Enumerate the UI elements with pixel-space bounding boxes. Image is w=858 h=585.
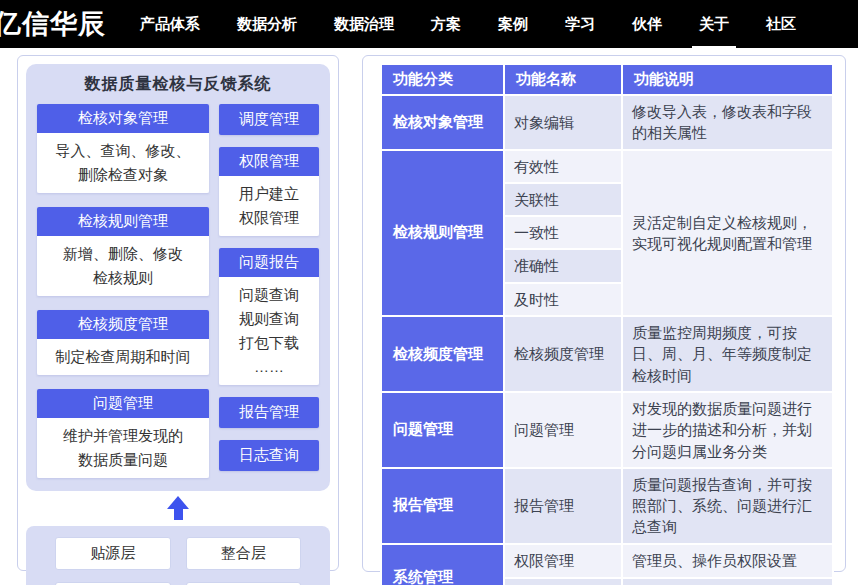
- diagram-box-report-mgmt: 报告管理: [219, 397, 319, 428]
- desc-cell: 管理需检核的表: [622, 578, 833, 585]
- box-header: 检核频度管理: [37, 310, 209, 339]
- category-cell: 检核对象管理: [381, 95, 504, 150]
- box-body: 制定检查周期和时间: [37, 339, 209, 375]
- name-cell: 一致性: [504, 216, 622, 249]
- box-body: 新增、删除、修改 检核规则: [37, 236, 209, 296]
- category-cell: 检核规则管理: [381, 150, 504, 316]
- box-header: 检核规则管理: [37, 207, 209, 236]
- desc-cell: 质量监控周期频度，可按日、周、月、年等频度制定检核时间: [622, 316, 833, 392]
- brand-logo[interactable]: 亿信华辰: [0, 6, 116, 42]
- desc-cell: 灵活定制自定义检核规则，实现可视化规则配置和管理: [622, 150, 833, 316]
- diagram-right-column: 调度管理 权限管理 用户建立 权限管理 问题报告 问题查询 规则查询 打包下载 …: [219, 104, 319, 478]
- top-navigation: 亿信华辰 产品体系 数据分析 数据治理 方案 案例 学习 伙伴 关于 社区: [0, 0, 858, 48]
- category-cell: 检核频度管理: [381, 316, 504, 392]
- desc-cell: 修改导入表，修改表和字段的相关属性: [622, 95, 833, 150]
- table-row: 问题管理 问题管理 对发现的数据质量问题进行进一步的描述和分析，并划分问题归属业…: [381, 392, 833, 468]
- table-row: 系统管理 权限管理 管理员、操作员权限设置: [381, 544, 833, 578]
- table-row: 检核对象管理 对象编辑 修改导入表，修改表和字段的相关属性: [381, 95, 833, 150]
- name-cell: 有效性: [504, 150, 622, 183]
- diagram-box-schedule: 调度管理: [219, 104, 319, 135]
- category-cell: 系统管理: [381, 544, 504, 585]
- nav-item-data-analysis[interactable]: 数据分析: [237, 1, 297, 48]
- layer-integration: 整合层: [186, 537, 302, 570]
- box-header: 问题管理: [37, 389, 209, 418]
- header-description: 功能说明: [622, 64, 833, 95]
- nav-item-data-governance[interactable]: 数据治理: [334, 1, 394, 48]
- box-body: 用户建立 权限管理: [219, 176, 319, 236]
- header-name: 功能名称: [504, 64, 622, 95]
- box-header: 权限管理: [219, 147, 319, 176]
- nav-item-about[interactable]: 关于: [699, 1, 729, 48]
- nav-item-cases[interactable]: 案例: [498, 1, 528, 48]
- layer-source: 贴源层: [55, 537, 171, 570]
- nav-menu: 产品体系 数据分析 数据治理 方案 案例 学习 伙伴 关于 社区: [140, 1, 796, 48]
- name-cell: 关联性: [504, 183, 622, 216]
- name-cell: 问题管理: [504, 392, 622, 468]
- page-content: 数据质量检核与反馈系统 检核对象管理 导入、查询、修改、 删除检查对象 检核规则…: [0, 48, 858, 572]
- nav-item-products[interactable]: 产品体系: [140, 1, 200, 48]
- category-cell: 问题管理: [381, 392, 504, 468]
- nav-item-community[interactable]: 社区: [766, 1, 796, 48]
- diagram-left-column: 检核对象管理 导入、查询、修改、 删除检查对象 检核规则管理 新增、删除、修改 …: [37, 104, 209, 478]
- table-header-row: 功能分类 功能名称 功能说明: [381, 64, 833, 95]
- name-cell: 报告管理: [504, 468, 622, 544]
- diagram-title: 数据质量检核与反馈系统: [37, 74, 319, 95]
- system-diagram-card: 数据质量检核与反馈系统 检核对象管理 导入、查询、修改、 删除检查对象 检核规则…: [17, 55, 339, 571]
- box-body: 导入、查询、修改、 删除检查对象: [37, 133, 209, 193]
- nav-item-learning[interactable]: 学习: [565, 1, 595, 48]
- diagram-box-issue-report: 问题报告 问题查询 规则查询 打包下载 ……: [219, 248, 319, 385]
- box-header: 问题报告: [219, 248, 319, 277]
- nav-item-partners[interactable]: 伙伴: [632, 1, 662, 48]
- diagram-box-log-query: 日志查询: [219, 440, 319, 471]
- desc-cell: 管理员、操作员权限设置: [622, 544, 833, 578]
- diagram-box-permission: 权限管理 用户建立 权限管理: [219, 147, 319, 236]
- table-row: 检核频度管理 检核频度管理 质量监控周期频度，可按日、周、月、年等频度制定检核时…: [381, 316, 833, 392]
- name-cell: 准确性: [504, 249, 622, 282]
- header-category: 功能分类: [381, 64, 504, 95]
- diagram-box-check-rule: 检核规则管理 新增、删除、修改 检核规则: [37, 207, 209, 296]
- table-row: 检核规则管理 有效性 灵活定制自定义检核规则，实现可视化规则配置和管理: [381, 150, 833, 183]
- name-cell: 检核对象配置: [504, 578, 622, 585]
- table-row: 报告管理 报告管理 质量问题报告查询，并可按照部门、系统、问题进行汇总查询: [381, 468, 833, 544]
- desc-cell: 对发现的数据质量问题进行进一步的描述和分析，并划分问题归属业务分类: [622, 392, 833, 468]
- name-cell: 及时性: [504, 283, 622, 316]
- feature-table: 功能分类 功能名称 功能说明 检核对象管理 对象编辑 修改导入表，修改表和字段的…: [380, 63, 834, 585]
- nav-item-solutions[interactable]: 方案: [431, 1, 461, 48]
- desc-cell: 质量问题报告查询，并可按照部门、系统、问题进行汇总查询: [622, 468, 833, 544]
- category-cell: 报告管理: [381, 468, 504, 544]
- diagram-box-check-frequency: 检核频度管理 制定检查周期和时间: [37, 310, 209, 375]
- system-diagram-panel: 数据质量检核与反馈系统 检核对象管理 导入、查询、修改、 删除检查对象 检核规则…: [26, 64, 330, 491]
- diagram-box-issue-mgmt: 问题管理 维护并管理发现的 数据质量问题: [37, 389, 209, 478]
- name-cell: 权限管理: [504, 544, 622, 578]
- box-body: 问题查询 规则查询 打包下载 ……: [219, 277, 319, 385]
- diagram-box-check-object: 检核对象管理 导入、查询、修改、 删除检查对象: [37, 104, 209, 193]
- box-header: 检核对象管理: [37, 104, 209, 133]
- feature-table-card: 功能分类 功能名称 功能说明 检核对象管理 对象编辑 修改导入表，修改表和字段的…: [362, 55, 846, 572]
- name-cell: 对象编辑: [504, 95, 622, 150]
- name-cell: 检核频度管理: [504, 316, 622, 392]
- data-layers-panel: 贴源层 整合层 汇总层 集市层: [26, 526, 330, 585]
- up-arrow-icon: [166, 496, 190, 520]
- box-body: 维护并管理发现的 数据质量问题: [37, 418, 209, 478]
